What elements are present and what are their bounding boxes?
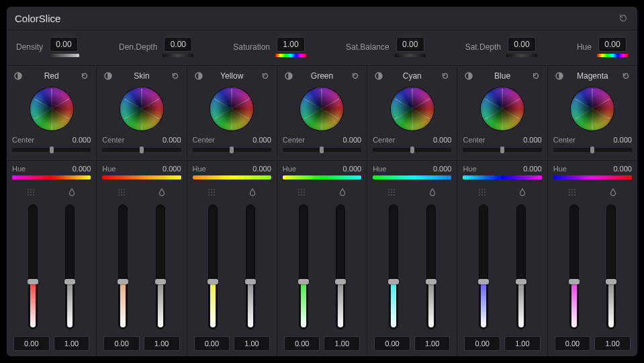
saturation-slider[interactable]: [156, 204, 165, 329]
hue-slider[interactable]: [463, 175, 541, 179]
channel-column-blue: Blue Center 0.000 Hue 0.000: [457, 66, 547, 356]
reset-channel-icon[interactable]: [261, 71, 270, 81]
saturation-slider[interactable]: [606, 204, 616, 329]
svg-line-57: [304, 99, 322, 109]
center-slider[interactable]: [463, 148, 541, 152]
contrast-icon[interactable]: [464, 71, 473, 81]
svg-point-47: [214, 192, 215, 193]
center-value[interactable]: 0.000: [343, 136, 362, 144]
center-value[interactable]: 0.000: [433, 136, 452, 144]
center-value[interactable]: 0.000: [73, 136, 91, 144]
svg-point-8: [28, 189, 30, 190]
center-value[interactable]: 0.000: [523, 136, 542, 144]
hue-slider[interactable]: [102, 175, 181, 179]
contrast-icon[interactable]: [103, 71, 113, 81]
contrast-icon[interactable]: [284, 71, 293, 81]
density-slider[interactable]: [28, 204, 38, 329]
center-slider[interactable]: [553, 148, 632, 152]
density-slider[interactable]: [389, 204, 398, 329]
hue-slider[interactable]: [373, 175, 451, 179]
reset-channel-icon[interactable]: [80, 71, 89, 81]
svg-point-114: [571, 192, 573, 193]
reset-channel-icon[interactable]: [441, 71, 450, 81]
reset-channel-icon[interactable]: [531, 71, 541, 81]
hue-value[interactable]: 0.000: [343, 165, 362, 173]
saturation-slider[interactable]: [516, 204, 526, 329]
color-wheel[interactable]: [30, 87, 73, 130]
global-value-input[interactable]: 1.00: [277, 37, 305, 52]
svg-point-11: [28, 192, 30, 193]
color-wheel[interactable]: [300, 87, 343, 130]
center-slider[interactable]: [193, 148, 271, 152]
center-label: Center: [463, 136, 485, 144]
density-slider[interactable]: [479, 204, 488, 329]
saturation-slider[interactable]: [336, 204, 345, 329]
saturation-slider[interactable]: [246, 204, 255, 329]
hue-slider[interactable]: [193, 175, 271, 179]
reset-channel-icon[interactable]: [351, 71, 360, 81]
hue-value[interactable]: 0.000: [523, 165, 542, 173]
saturation-value-input[interactable]: 1.00: [594, 336, 631, 351]
center-value[interactable]: 0.000: [613, 136, 632, 144]
center-slider[interactable]: [102, 148, 181, 152]
saturation-value-input[interactable]: 1.00: [504, 336, 541, 351]
svg-point-31: [118, 194, 120, 196]
svg-line-23: [124, 99, 142, 109]
saturation-slider[interactable]: [65, 204, 75, 329]
hue-slider[interactable]: [283, 175, 361, 179]
density-slider[interactable]: [299, 204, 308, 329]
density-value-input[interactable]: 0.00: [13, 336, 50, 351]
hue-value[interactable]: 0.000: [252, 165, 271, 173]
center-value[interactable]: 0.000: [163, 136, 181, 144]
saturation-value-input[interactable]: 1.00: [324, 336, 360, 351]
global-value-input[interactable]: 0.00: [396, 37, 424, 52]
color-wheel[interactable]: [481, 87, 524, 130]
contrast-icon[interactable]: [13, 71, 23, 81]
svg-line-36: [232, 99, 249, 109]
center-value[interactable]: 0.000: [252, 136, 271, 144]
hue-slider[interactable]: [553, 175, 632, 179]
reset-all-button[interactable]: [617, 12, 629, 24]
hue-value[interactable]: 0.000: [433, 165, 452, 173]
center-slider[interactable]: [373, 148, 451, 152]
density-slider[interactable]: [208, 204, 218, 329]
global-value-input[interactable]: 0.00: [50, 37, 78, 52]
density-slider[interactable]: [118, 204, 128, 329]
svg-point-49: [211, 194, 212, 196]
color-wheel[interactable]: [391, 87, 434, 130]
hue-value[interactable]: 0.000: [163, 165, 181, 173]
global-value-input[interactable]: 0.00: [508, 37, 536, 52]
density-value-input[interactable]: 0.00: [194, 336, 230, 351]
hue-value[interactable]: 0.000: [73, 165, 91, 173]
center-slider[interactable]: [12, 148, 91, 152]
density-slider[interactable]: [569, 204, 579, 329]
reset-channel-icon[interactable]: [171, 71, 180, 81]
density-value-input[interactable]: 0.00: [374, 336, 410, 351]
saturation-value-input[interactable]: 1.00: [144, 336, 180, 351]
global-label: Sat.Depth: [465, 42, 501, 52]
density-value-input[interactable]: 0.00: [555, 336, 591, 351]
saturation-value-input[interactable]: 1.00: [414, 336, 451, 351]
contrast-icon[interactable]: [374, 71, 383, 81]
hue-slider[interactable]: [12, 175, 91, 179]
color-wheel[interactable]: [210, 87, 253, 130]
hue-value[interactable]: 0.000: [613, 165, 632, 173]
global-value-input[interactable]: 0.00: [164, 37, 192, 52]
center-slider[interactable]: [283, 148, 361, 152]
center-label: Center: [283, 136, 305, 144]
svg-point-77: [392, 189, 393, 190]
reset-channel-icon[interactable]: [621, 71, 631, 81]
saturation-slider[interactable]: [426, 204, 436, 329]
svg-point-50: [214, 194, 215, 196]
saturation-value-input[interactable]: 1.00: [54, 336, 90, 351]
contrast-icon[interactable]: [194, 71, 203, 81]
svg-point-62: [298, 192, 300, 193]
global-value-input[interactable]: 0.00: [598, 37, 627, 52]
saturation-value-input[interactable]: 1.00: [234, 336, 270, 351]
density-value-input[interactable]: 0.00: [284, 336, 320, 351]
density-value-input[interactable]: 0.00: [103, 336, 140, 351]
density-value-input[interactable]: 0.00: [464, 336, 500, 351]
color-wheel[interactable]: [571, 87, 614, 130]
contrast-icon[interactable]: [555, 71, 564, 81]
color-wheel[interactable]: [120, 87, 163, 130]
